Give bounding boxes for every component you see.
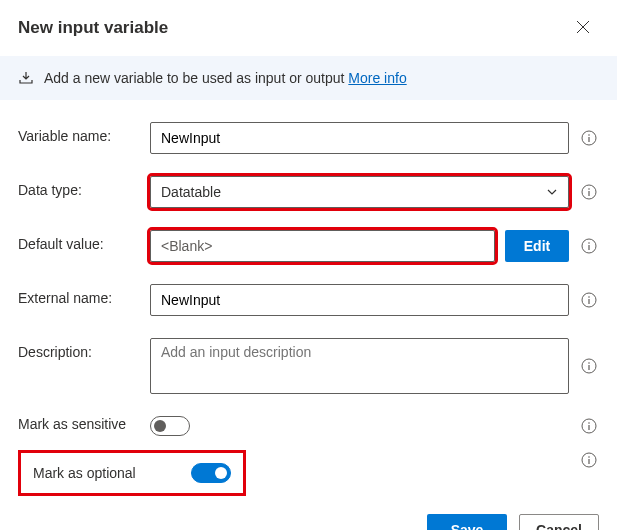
- label-mark-sensitive: Mark as sensitive: [18, 416, 138, 432]
- svg-rect-8: [588, 245, 589, 250]
- svg-rect-14: [588, 365, 589, 370]
- edit-button[interactable]: Edit: [505, 230, 569, 262]
- default-value-text: <Blank>: [161, 238, 212, 254]
- svg-point-1: [588, 134, 590, 136]
- svg-point-10: [588, 296, 590, 298]
- label-mark-optional: Mark as optional: [33, 465, 136, 481]
- dialog-title: New input variable: [18, 18, 168, 38]
- banner-text: Add a new variable to be used as input o…: [44, 70, 407, 86]
- external-name-input[interactable]: [150, 284, 569, 316]
- close-icon: [576, 20, 590, 37]
- svg-rect-20: [588, 459, 589, 464]
- new-input-variable-dialog: New input variable Add a new variable to…: [0, 0, 617, 530]
- more-info-link[interactable]: More info: [348, 70, 406, 86]
- description-textarea[interactable]: [150, 338, 569, 394]
- data-type-select[interactable]: Datatable: [150, 176, 569, 208]
- info-icon[interactable]: [579, 290, 599, 310]
- label-default-value: Default value:: [18, 230, 138, 252]
- info-banner: Add a new variable to be used as input o…: [0, 56, 617, 100]
- svg-rect-17: [588, 425, 589, 430]
- row-mark-optional: Mark as optional: [18, 450, 599, 496]
- row-mark-sensitive: Mark as sensitive: [18, 416, 599, 436]
- label-external-name: External name:: [18, 284, 138, 306]
- save-button[interactable]: Save: [427, 514, 507, 530]
- row-variable-name: Variable name:: [18, 122, 599, 154]
- info-icon[interactable]: [579, 236, 599, 256]
- svg-rect-2: [588, 137, 589, 142]
- info-icon[interactable]: [579, 356, 599, 376]
- row-data-type: Data type: Datatable: [18, 176, 599, 208]
- info-icon[interactable]: [579, 416, 599, 436]
- info-icon[interactable]: [579, 128, 599, 148]
- svg-point-19: [588, 456, 590, 458]
- svg-point-7: [588, 242, 590, 244]
- dialog-footer: Save Cancel: [0, 496, 617, 530]
- svg-point-4: [588, 188, 590, 190]
- info-icon[interactable]: [579, 182, 599, 202]
- info-icon[interactable]: [579, 450, 599, 470]
- form-body: Variable name: Data type: Datatable: [0, 100, 617, 496]
- cancel-button[interactable]: Cancel: [519, 514, 599, 530]
- default-value-field[interactable]: <Blank>: [150, 230, 495, 262]
- svg-point-13: [588, 362, 590, 364]
- close-button[interactable]: [567, 12, 599, 44]
- mark-optional-toggle[interactable]: [191, 463, 231, 483]
- dialog-header: New input variable: [0, 0, 617, 56]
- label-variable-name: Variable name:: [18, 122, 138, 144]
- mark-sensitive-toggle[interactable]: [150, 416, 190, 436]
- import-icon: [18, 70, 34, 86]
- variable-name-input[interactable]: [150, 122, 569, 154]
- row-external-name: External name:: [18, 284, 599, 316]
- row-description: Description:: [18, 338, 599, 394]
- label-data-type: Data type:: [18, 176, 138, 198]
- highlight-mark-optional: Mark as optional: [18, 450, 246, 496]
- svg-rect-11: [588, 299, 589, 304]
- svg-rect-5: [588, 191, 589, 196]
- chevron-down-icon: [546, 186, 558, 198]
- row-default-value: Default value: <Blank> Edit: [18, 230, 599, 262]
- label-description: Description:: [18, 338, 138, 360]
- svg-point-16: [588, 422, 590, 424]
- data-type-value: Datatable: [161, 184, 221, 200]
